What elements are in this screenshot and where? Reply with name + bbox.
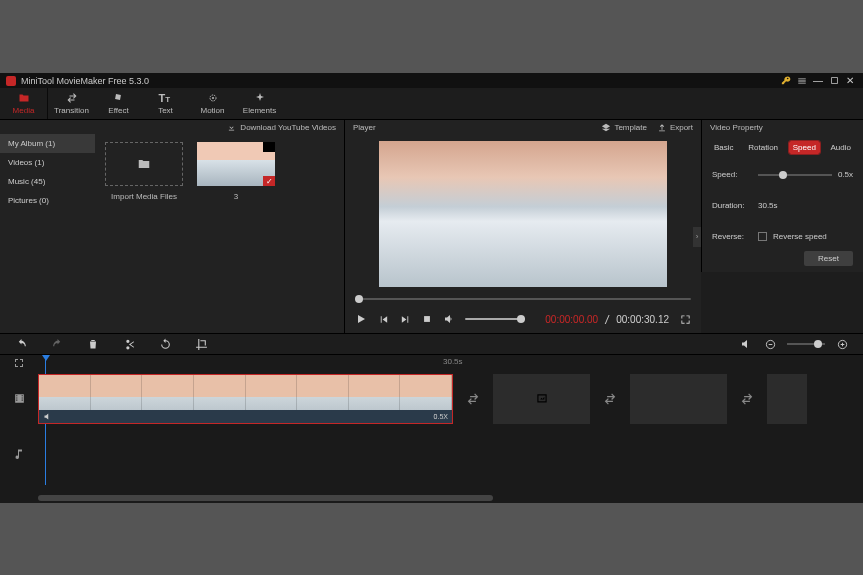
speed-slider[interactable]: [758, 174, 832, 176]
prop-tab-audio[interactable]: Audio: [827, 141, 855, 154]
titlebar: MiniTool MovieMaker Free 5.3.0 — ✕: [0, 73, 863, 88]
property-title: Video Property: [710, 123, 763, 132]
time-display: 00:00:00.00 / 00:00:30.12: [535, 314, 669, 325]
sidebar-item-videos[interactable]: Videos (1): [0, 153, 95, 172]
effect-icon: [112, 92, 126, 104]
app-title: MiniTool MovieMaker Free 5.3.0: [21, 76, 777, 86]
video-preview[interactable]: [379, 141, 667, 287]
speed-label: Speed:: [712, 170, 752, 179]
thumbnail-label: 3: [234, 192, 238, 201]
top-tabs: Media Transition Effect TT Text Motion E…: [0, 88, 863, 120]
download-icon: [227, 123, 236, 132]
tab-transition[interactable]: Transition: [48, 88, 95, 119]
text-icon: TT: [159, 92, 173, 104]
split-button[interactable]: [122, 337, 136, 351]
prop-tab-speed[interactable]: Speed: [789, 141, 820, 154]
clip-audio-icon: [43, 412, 52, 421]
drop-slot[interactable]: [493, 374, 590, 424]
tab-media[interactable]: Media: [0, 88, 47, 119]
key-icon[interactable]: [779, 74, 793, 88]
media-sidebar: My Album (1) Videos (1) Music (45) Pictu…: [0, 134, 95, 333]
reverse-label: Reverse:: [712, 232, 752, 241]
video-track-icon: [0, 371, 38, 426]
drop-slot[interactable]: [767, 374, 807, 424]
duration-label: Duration:: [712, 201, 752, 210]
tab-effect[interactable]: Effect: [95, 88, 142, 119]
ruler-mark: 30.5s: [443, 357, 463, 366]
prev-button[interactable]: [377, 313, 389, 325]
zoom-slider[interactable]: [787, 343, 825, 345]
clip-speed-badge: 0.5X: [434, 413, 448, 420]
timeline-toolbar: [0, 333, 863, 355]
sparkle-icon: [253, 92, 267, 104]
timeline-clip[interactable]: 0.5X: [38, 374, 453, 424]
video-track: 0.5X: [38, 371, 863, 426]
tab-motion[interactable]: Motion: [189, 88, 236, 119]
transition-slot[interactable]: [461, 374, 485, 424]
audio-track-icon: [0, 426, 38, 481]
reverse-option: Reverse speed: [773, 232, 827, 241]
video-badge-icon: [263, 142, 275, 152]
zoom-out-button[interactable]: [763, 337, 777, 351]
volume-slider[interactable]: [465, 318, 525, 320]
svg-point-1: [212, 97, 214, 99]
rotate-button[interactable]: [158, 337, 172, 351]
motion-icon: [206, 92, 220, 104]
folder-icon: [17, 92, 31, 104]
stop-button[interactable]: [421, 313, 433, 325]
timeline: 30.5s 0.5X: [0, 355, 863, 503]
scrub-bar[interactable]: [355, 298, 691, 300]
prop-tab-rotation[interactable]: Rotation: [744, 141, 782, 154]
crop-button[interactable]: [194, 337, 208, 351]
volume-icon[interactable]: [443, 313, 455, 325]
check-icon: ✓: [263, 176, 275, 186]
media-thumbnail[interactable]: ✓: [197, 142, 275, 186]
tab-elements[interactable]: Elements: [236, 88, 283, 119]
player-title: Player: [353, 123, 376, 132]
player-panel: Player Template Export: [344, 120, 701, 333]
prop-tab-basic[interactable]: Basic: [710, 141, 738, 154]
minimize-button[interactable]: —: [811, 74, 825, 88]
app-logo-icon: [6, 76, 16, 86]
export-button[interactable]: Export: [657, 123, 693, 133]
duration-value: 30.5s: [758, 201, 778, 210]
property-panel: Video Property Basic Rotation Speed Audi…: [701, 120, 863, 272]
folder-icon: [135, 157, 153, 171]
fit-button[interactable]: [0, 355, 38, 371]
tab-text[interactable]: TT Text: [142, 88, 189, 119]
horizontal-scrollbar[interactable]: [38, 495, 493, 501]
close-button[interactable]: ✕: [843, 74, 857, 88]
layers-icon: [601, 123, 611, 133]
sidebar-item-pictures[interactable]: Pictures (0): [0, 191, 95, 210]
template-button[interactable]: Template: [601, 123, 646, 133]
fullscreen-button[interactable]: [679, 313, 691, 325]
media-panel: Download YouTube Videos My Album (1) Vid…: [0, 120, 344, 333]
reset-button[interactable]: Reset: [804, 251, 853, 266]
next-button[interactable]: [399, 313, 411, 325]
transition-slot[interactable]: [735, 374, 759, 424]
menu-icon[interactable]: [795, 74, 809, 88]
transition-slot[interactable]: [598, 374, 622, 424]
audio-track[interactable]: [38, 426, 863, 481]
import-media-button[interactable]: [105, 142, 183, 186]
undo-button[interactable]: [14, 337, 28, 351]
collapse-toggle[interactable]: ›: [693, 227, 701, 247]
sidebar-item-album[interactable]: My Album (1): [0, 134, 95, 153]
drop-slot[interactable]: [630, 374, 727, 424]
import-label: Import Media Files: [111, 192, 177, 201]
reverse-checkbox[interactable]: [758, 232, 767, 241]
playhead-icon[interactable]: [42, 355, 50, 361]
speed-value: 0.5x: [838, 170, 853, 179]
swap-icon: [65, 92, 79, 104]
play-button[interactable]: [355, 313, 367, 325]
timeline-ruler[interactable]: 30.5s: [38, 355, 863, 371]
sidebar-item-music[interactable]: Music (45): [0, 172, 95, 191]
download-youtube-link[interactable]: Download YouTube Videos: [240, 123, 336, 132]
mute-icon[interactable]: [739, 337, 753, 351]
zoom-in-button[interactable]: [835, 337, 849, 351]
delete-button[interactable]: [86, 337, 100, 351]
maximize-button[interactable]: [827, 74, 841, 88]
upload-icon: [657, 123, 667, 133]
redo-button[interactable]: [50, 337, 64, 351]
